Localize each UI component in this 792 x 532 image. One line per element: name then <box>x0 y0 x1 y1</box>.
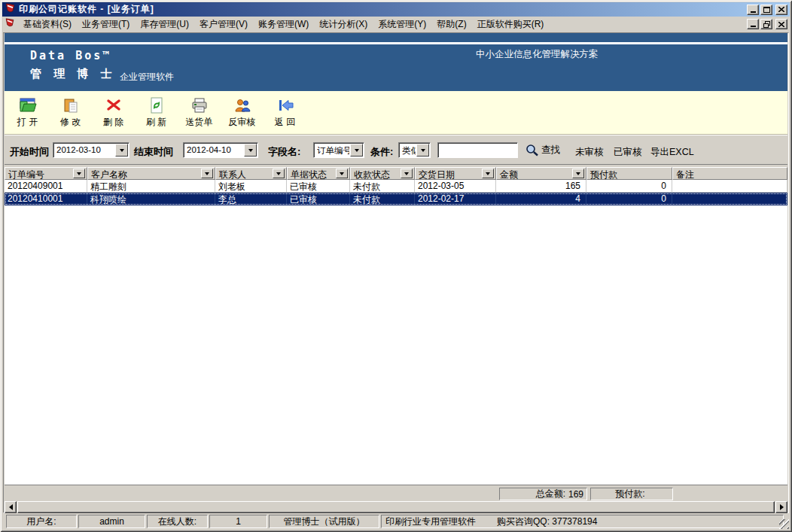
condition-dropdown-button[interactable] <box>416 144 429 157</box>
minimize-button[interactable] <box>747 5 759 15</box>
status-edition: 管理博士（试用版） <box>269 515 379 528</box>
audited-filter-link[interactable]: 已审核 <box>614 146 642 159</box>
unaudited-filter-link[interactable]: 未审核 <box>575 146 604 159</box>
column-filter-button[interactable] <box>401 169 413 178</box>
column-header-label: 金额 <box>500 169 518 180</box>
delivery-note-button-label: 送货单 <box>186 116 213 129</box>
scrollbar-thumb[interactable] <box>17 501 775 513</box>
mdi-minimize-icon <box>751 26 756 27</box>
title-bar[interactable]: 印刷公司记账软件 - [业务订单] <box>2 2 790 17</box>
mdi-minimize-button[interactable] <box>747 19 759 29</box>
condition-label: 条件: <box>370 145 393 159</box>
search-icon <box>525 144 539 157</box>
scroll-left-button[interactable] <box>5 501 17 513</box>
menu-item-help[interactable]: 帮助(Z) <box>431 17 471 32</box>
cell-doc-status: 已审核 <box>287 180 350 193</box>
mdi-restore-button[interactable] <box>760 19 772 29</box>
delete-icon <box>105 95 123 115</box>
column-filter-button[interactable] <box>336 169 348 178</box>
status-online-label: 在线人数: <box>147 515 208 528</box>
cell-remark <box>672 180 787 193</box>
column-header-customer[interactable]: 客户名称 <box>87 167 215 180</box>
column-filter-button[interactable] <box>482 169 494 178</box>
back-button-label: 返 回 <box>275 116 295 129</box>
menu-item-statistics[interactable]: 统计分析(X) <box>314 17 373 32</box>
condition-combo[interactable]: 类似 <box>398 142 431 158</box>
column-filter-button[interactable] <box>73 169 85 178</box>
cell-payment-status: 未付款 <box>350 193 415 205</box>
menu-bar: 基础资料(S) 业务管理(T) 库存管理(U) 客户管理(V) 账务管理(W) … <box>2 17 790 32</box>
close-button[interactable] <box>775 5 787 15</box>
refresh-icon <box>148 95 166 115</box>
filter-bar: 开始时间 2012-03-10 结束时间 2012-04-10 字段名: 订单编… <box>5 135 787 164</box>
field-dropdown-button[interactable] <box>350 144 363 157</box>
menu-item-accounting[interactable]: 账务管理(W) <box>253 17 314 32</box>
menu-item-inventory[interactable]: 库存管理(U) <box>135 17 194 32</box>
column-filter-button[interactable] <box>572 169 584 178</box>
mdi-close-icon <box>778 22 784 27</box>
resize-grip[interactable] <box>779 519 789 529</box>
table-row-selected[interactable]: 20120410001 科翔喷绘 李总 已审核 未付款 2012-02-17 4… <box>5 193 787 205</box>
field-name-label: 字段名: <box>268 145 300 159</box>
maximize-button[interactable] <box>760 5 772 15</box>
open-button[interactable]: 打 开 <box>6 93 49 134</box>
column-header-contact[interactable]: 联系人 <box>215 167 287 180</box>
column-header-order-no[interactable]: 订单编号 <box>5 167 87 180</box>
end-date-combo[interactable]: 2012-04-10 <box>183 142 258 158</box>
cell-doc-status: 已审核 <box>287 193 350 205</box>
column-header-amount[interactable]: 金额 <box>496 167 586 180</box>
start-date-dropdown-button[interactable] <box>115 144 128 157</box>
column-header-delivery-date[interactable]: 交货日期 <box>415 167 496 180</box>
unaudit-people-icon <box>233 95 251 115</box>
chevron-down-icon <box>421 149 425 152</box>
menu-item-buy-genuine[interactable]: 正版软件购买(R) <box>472 17 550 32</box>
column-header-label: 收款状态 <box>354 169 390 180</box>
export-excel-link[interactable]: 导出EXCL <box>650 146 694 159</box>
status-product: 印刷行业专用管理软件 <box>385 515 476 528</box>
close-icon <box>778 7 784 12</box>
status-bar: 用户名: admin 在线人数: 1 管理博士（试用版） 印刷行业专用管理软件 … <box>2 513 790 530</box>
chevron-down-icon <box>276 172 281 175</box>
menu-item-base-data[interactable]: 基础资料(S) <box>18 17 77 32</box>
scroll-right-button[interactable] <box>775 501 787 513</box>
mdi-restore-icon <box>763 21 770 28</box>
delivery-note-button[interactable]: 送货单 <box>178 93 221 134</box>
mdi-child-icon[interactable] <box>5 18 15 30</box>
edit-icon <box>62 95 80 115</box>
open-button-label: 打 开 <box>17 116 38 129</box>
table-row[interactable]: 20120409001 精工雕刻 刘老板 已审核 未付款 2012-03-05 … <box>5 180 787 193</box>
menu-item-system[interactable]: 系统管理(Y) <box>373 17 431 32</box>
mdi-close-button[interactable] <box>775 19 787 29</box>
menu-item-customer[interactable]: 客户管理(V) <box>194 17 253 32</box>
cell-contact: 李总 <box>215 193 287 205</box>
menu-item-business[interactable]: 业务管理(T) <box>77 17 135 32</box>
condition-value: 类似 <box>402 145 416 157</box>
chevron-down-icon <box>205 172 209 175</box>
end-date-dropdown-button[interactable] <box>244 144 257 157</box>
maximize-icon <box>763 7 770 13</box>
total-amount-value: 169 <box>568 489 583 500</box>
refresh-button[interactable]: 刷 新 <box>135 93 178 134</box>
chevron-down-icon <box>404 172 409 175</box>
horizontal-scrollbar[interactable] <box>5 501 787 513</box>
column-filter-button[interactable] <box>273 169 285 178</box>
start-date-value: 2012-03-10 <box>56 145 114 154</box>
delete-button[interactable]: 删 除 <box>92 93 135 134</box>
unaudit-button[interactable]: 反审核 <box>221 93 263 134</box>
column-header-prepaid[interactable]: 预付款 <box>586 167 672 180</box>
column-filter-button[interactable] <box>201 169 213 178</box>
edit-button[interactable]: 修 改 <box>49 93 92 134</box>
column-header-remark[interactable]: 备注 <box>672 167 787 180</box>
column-header-payment-status[interactable]: 收款状态 <box>350 167 415 180</box>
start-date-combo[interactable]: 2012-03-10 <box>53 142 129 158</box>
column-header-label: 联系人 <box>219 169 246 180</box>
field-combo[interactable]: 订单编号 <box>313 142 364 158</box>
column-header-label: 单据状态 <box>291 169 327 180</box>
search-keyword-input[interactable] <box>437 142 518 158</box>
back-button[interactable]: 返 回 <box>263 93 306 134</box>
search-button[interactable]: 查找 <box>525 144 560 157</box>
cell-delivery-date: 2012-03-05 <box>415 180 496 193</box>
column-header-doc-status[interactable]: 单据状态 <box>287 167 350 180</box>
status-user-value: admin <box>78 515 145 528</box>
grid-header-row: 订单编号 客户名称 联系人 单据状态 收款状态 <box>5 167 787 180</box>
